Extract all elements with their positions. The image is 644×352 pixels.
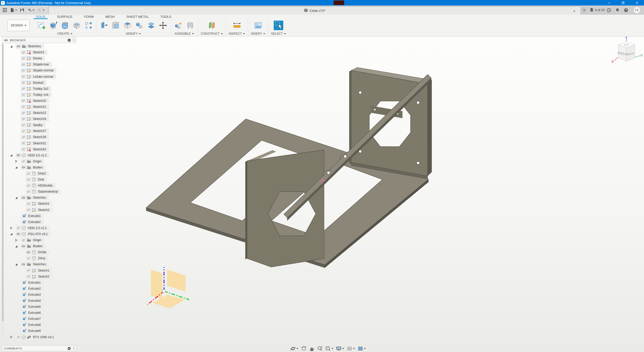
tree-item-le-ato-normal[interactable]: Ležato-normal	[2, 73, 76, 79]
ribbon-tab-solid[interactable]: SOLID	[36, 15, 46, 19]
fit-button[interactable]	[325, 345, 334, 352]
visibility-on-icon[interactable]	[16, 154, 21, 157]
visibility-off-icon[interactable]	[21, 99, 26, 102]
move-button[interactable]	[158, 19, 168, 31]
tree-item-spojky[interactable]: Spojky	[2, 122, 76, 128]
combine-button[interactable]	[135, 19, 144, 31]
tree-item-sketch28[interactable]: Sketch28	[2, 134, 76, 140]
tree-item-sketches[interactable]: Sketches	[2, 261, 76, 267]
avatar[interactable]: FZ	[633, 7, 640, 14]
visibility-off-icon[interactable]	[21, 112, 26, 114]
visibility-off-icon[interactable]	[21, 136, 26, 139]
press-pull-button[interactable]	[99, 19, 109, 31]
extrude-button[interactable]	[48, 19, 58, 31]
tree-item-deska[interactable]: Deska	[2, 55, 76, 61]
ribbon-tab-form[interactable]: FORM	[84, 15, 94, 19]
collapse-panel-icon[interactable]	[4, 38, 8, 42]
save-button[interactable]	[20, 8, 24, 12]
fillet-button[interactable]	[111, 19, 120, 31]
collapse-arrow-icon[interactable]	[10, 233, 13, 235]
tree-item-psu-atx-v3-1[interactable]: PSU ATX v3:1	[2, 231, 76, 237]
tree-item-sketch1[interactable]: Sketch1	[2, 201, 76, 207]
zoom-button[interactable]	[317, 345, 323, 352]
tree-item-rtx-2080-v3-1[interactable]: RTX 2080 v3:1	[2, 334, 76, 340]
visibility-off-icon[interactable]	[21, 124, 26, 126]
tree-item-satamolexkryt[interactable]: Satamolexkryt	[2, 189, 76, 195]
group-label-insert[interactable]: INSERT	[251, 32, 265, 35]
expand-arrow-icon[interactable]	[10, 227, 13, 229]
tree-item-sketch1[interactable]: Sketch1	[2, 49, 76, 55]
visibility-off-icon[interactable]	[21, 75, 26, 78]
visibility-off-icon[interactable]	[26, 190, 31, 193]
tree-item-extrude9[interactable]: Extrude9	[2, 328, 76, 334]
expand-arrow-icon[interactable]	[10, 336, 13, 338]
ribbon-tab-mesh[interactable]: MESH	[105, 15, 115, 19]
help-button[interactable]: ?	[624, 8, 628, 12]
tree-item-zdroj[interactable]: Zdroj	[2, 255, 76, 261]
comments-bar[interactable]: COMMENTS	[2, 345, 76, 351]
tree-item-deska2[interactable]: Deska2	[2, 80, 76, 86]
tree-item-sketch42[interactable]: Sketch42	[2, 146, 76, 152]
orbit-button[interactable]	[290, 345, 299, 352]
app-grid-button[interactable]	[3, 8, 7, 12]
tree-item-trubky-2x2[interactable]: Trubky 2x2	[2, 86, 76, 92]
visibility-off-icon[interactable]	[21, 93, 26, 96]
tree-item-extrude2[interactable]: Extrude2	[2, 286, 76, 292]
layout-grid-button[interactable]	[346, 345, 355, 352]
workspace-selector[interactable]: DESIGN	[8, 20, 30, 31]
tree-item-extrude1[interactable]: Extrude1	[2, 280, 76, 286]
origin-point[interactable]	[163, 290, 166, 293]
tree-item-sketches[interactable]: Sketches	[2, 43, 76, 49]
collapse-arrow-icon[interactable]	[15, 196, 18, 199]
restore-button[interactable]	[616, 0, 630, 6]
visibility-on-icon[interactable]	[16, 45, 21, 48]
visibility-off-icon[interactable]	[21, 148, 26, 151]
group-label-select[interactable]: SELECT	[271, 32, 286, 35]
visibility-on-icon[interactable]	[21, 263, 26, 266]
construct-plane-button[interactable]	[207, 19, 217, 31]
tree-item-hdd-3-5-v1-1[interactable]: HDD 3,5 v1:1	[2, 152, 76, 158]
visibility-off-icon[interactable]	[26, 257, 31, 260]
group-label-create[interactable]: CREATE	[57, 32, 73, 35]
tree-item-sketch2[interactable]: Sketch2	[2, 274, 76, 280]
clock-button[interactable]	[607, 8, 611, 12]
tree-item-bodies[interactable]: Bodies	[2, 164, 76, 170]
ribbon-tab-tools[interactable]: TOOLS	[160, 15, 171, 19]
visibility-off-icon[interactable]	[16, 336, 21, 338]
visibility-off-icon[interactable]	[26, 184, 31, 187]
tree-item-sketch21[interactable]: Sketch21	[2, 104, 76, 110]
tree-item-sketches[interactable]: Sketches	[2, 195, 76, 201]
group-label-inspect[interactable]: INSPECT	[229, 32, 245, 35]
collapse-arrow-icon[interactable]	[15, 245, 18, 248]
tree-item-sketch24[interactable]: Sketch24	[2, 116, 76, 122]
visibility-off-icon[interactable]	[21, 57, 26, 60]
tree-item-hdd-2-5-v1-1[interactable]: HDD 2,5 v1:1	[2, 225, 76, 231]
select-tool-button[interactable]	[273, 19, 284, 31]
tree-item-extrude7[interactable]: Extrude7	[2, 316, 76, 322]
visibility-off-icon[interactable]	[26, 275, 31, 278]
visibility-off-icon[interactable]	[16, 227, 21, 229]
origin-planes[interactable]	[151, 270, 186, 308]
new-tab-button[interactable]: +	[581, 7, 587, 13]
tree-item-trubky-1x4[interactable]: Trubky 1x4	[2, 92, 76, 98]
new-component-button[interactable]	[174, 19, 183, 31]
tree-item-dr-k[interactable]: Držák	[2, 249, 76, 255]
visibility-off-icon[interactable]	[26, 172, 31, 175]
expand-arrow-icon[interactable]	[15, 160, 18, 163]
add-comment-icon[interactable]	[67, 347, 71, 350]
display-settings-button[interactable]	[336, 345, 345, 352]
pattern-button[interactable]	[84, 19, 93, 31]
redo-button[interactable]	[37, 8, 45, 12]
tree-item-sketch22[interactable]: Sketch22	[2, 110, 76, 116]
tree-item-sketch2[interactable]: Sketch2	[2, 207, 76, 213]
minimize-panel-icon[interactable]	[67, 38, 71, 42]
tree-item-sketch1[interactable]: Sketch1	[2, 267, 76, 273]
visibility-on-icon[interactable]	[16, 233, 21, 235]
collapse-arrow-icon[interactable]	[15, 166, 18, 169]
viewports-button[interactable]	[357, 345, 366, 352]
collapse-arrow-icon[interactable]	[10, 154, 13, 157]
group-label-assemble[interactable]: ASSEMBLE	[175, 32, 194, 35]
visibility-off-icon[interactable]	[21, 105, 26, 108]
visibility-off-icon[interactable]	[21, 130, 26, 133]
panel-resize-grip[interactable]	[73, 38, 74, 42]
